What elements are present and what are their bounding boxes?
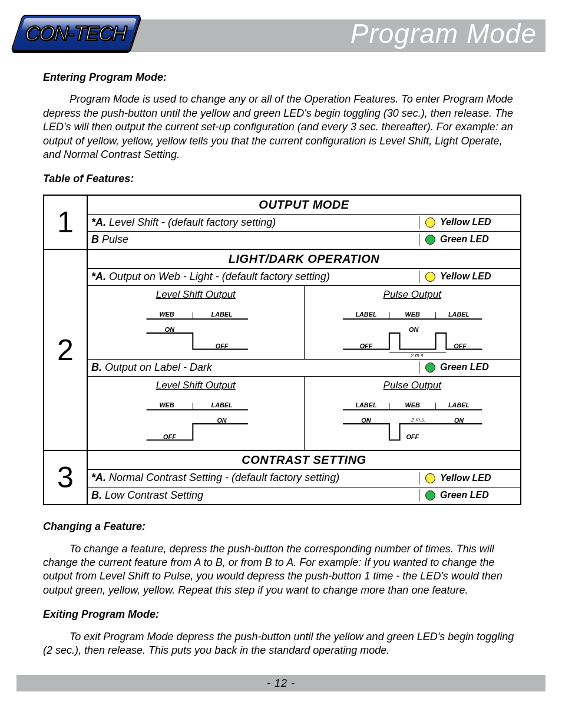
green-led-icon [425,363,435,373]
section-title-contrast: CONTRAST SETTING [88,451,520,470]
yellow-led-icon [425,218,435,228]
table-row: *A. Level Shift - (default factory setti… [88,215,520,232]
page: CON-TECH Program Mode Entering Program M… [0,0,562,703]
entering-heading: Entering Program Mode: [43,71,519,84]
svg-text:LABEL: LABEL [355,311,376,318]
feature-number-2: 2 [44,250,88,450]
led-indicator: Yellow LED [419,271,517,283]
svg-text:WEB: WEB [405,311,419,318]
feature-number-1: 1 [44,196,88,249]
content: Entering Program Mode: Program Mode is u… [16,71,546,657]
svg-text:WEB: WEB [405,402,419,409]
svg-text:OFF: OFF [454,342,467,350]
svg-text:LABEL: LABEL [211,311,233,318]
changing-heading: Changing a Feature: [43,520,519,533]
diagram-level-shift-a: Level Shift Output WEB LABEL ON OFF [88,286,304,359]
feature-number-3: 3 [44,451,88,504]
table-row: *A. Normal Contrast Setting - (default f… [88,470,520,487]
led-indicator: Green LED [419,489,517,502]
diagram-pulse-a: Pulse Output LABEL WEB LABEL [304,286,521,359]
svg-text:OFF: OFF [163,433,176,440]
led-indicator: Green LED [419,361,517,374]
diagram-row: Level Shift Output WEB LABEL ON OFF [88,286,520,360]
svg-text:LABEL: LABEL [211,402,233,409]
svg-text:2 m.s.: 2 m.s. [410,353,425,357]
green-led-icon [425,490,435,500]
svg-text:ON: ON [165,326,174,333]
svg-text:ON: ON [361,417,371,424]
led-indicator: Yellow LED [419,472,517,485]
table-row: B. Low Contrast Setting Green LED [88,487,520,504]
diagram-pulse-b: Pulse Output LABEL WEB LABEL [304,377,521,450]
svg-text:OFF: OFF [216,342,229,350]
table-row: B Pulse Green LED [88,232,520,248]
section-title-output-mode: OUTPUT MODE [88,196,520,215]
svg-text:OFF: OFF [406,433,419,440]
svg-text:ON: ON [409,326,418,333]
table-row: B. Output on Label - Dark Green LED [88,360,520,377]
page-title: Program Mode [351,18,537,50]
header-bar: CON-TECH Program Mode [16,15,546,56]
svg-text:OFF: OFF [359,342,372,350]
feature-section-2: 2 LIGHT/DARK OPERATION *A. Output on Web… [44,250,520,452]
changing-body: To change a feature, depress the push-bu… [43,542,519,598]
yellow-led-icon [425,272,435,282]
logo: CON-TECH [16,15,134,50]
table-heading: Table of Features: [43,172,519,186]
entering-body: Program Mode is used to change any or al… [43,93,519,162]
diagram-level-shift-b: Level Shift Output WEB LABEL OFF ON [88,377,304,450]
yellow-led-icon [425,473,435,483]
features-table: 1 OUTPUT MODE *A. Level Shift - (default… [43,195,521,506]
svg-text:ON: ON [454,417,463,424]
green-led-icon [425,235,435,245]
svg-text:LABEL: LABEL [448,311,469,318]
section-title-light-dark: LIGHT/DARK OPERATION [88,250,520,269]
logo-text: CON-TECH [14,16,138,50]
led-indicator: Yellow LED [419,216,517,229]
svg-text:LABEL: LABEL [355,402,376,409]
led-indicator: Green LED [419,233,517,246]
exiting-heading: Exiting Program Mode: [43,608,519,621]
svg-text:LABEL: LABEL [448,402,469,409]
table-row: *A. Output on Web - Light - (default fac… [88,269,520,286]
svg-text:ON: ON [217,417,226,424]
svg-text:2 m.s.: 2 m.s. [411,417,425,423]
feature-section-1: 1 OUTPUT MODE *A. Level Shift - (default… [44,196,520,250]
diagram-row: Level Shift Output WEB LABEL OFF ON [88,377,520,450]
feature-section-3: 3 CONTRAST SETTING *A. Normal Contrast S… [44,451,520,504]
page-number: - 12 - [267,677,295,690]
footer-bar: - 12 - [16,675,546,691]
svg-text:WEB: WEB [159,311,174,318]
svg-text:WEB: WEB [159,402,174,409]
exiting-body: To exit Program Mode depress the push-bu… [43,630,519,658]
